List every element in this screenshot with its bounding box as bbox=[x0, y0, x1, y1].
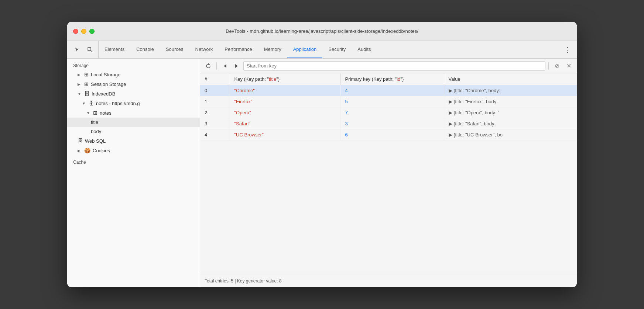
cell-primary-key: 3 bbox=[340, 118, 444, 129]
minimize-button[interactable] bbox=[81, 29, 86, 34]
sidebar-item-indexeddb[interactable]: ▼ 🗄 IndexedDB bbox=[67, 89, 200, 98]
tab-memory[interactable]: Memory bbox=[258, 41, 287, 58]
tab-list: Elements Console Sources Network Perform… bbox=[99, 41, 560, 58]
storage-section-label: Storage bbox=[67, 59, 200, 70]
status-text: Total entries: 5 | Key generator value: … bbox=[205, 278, 282, 284]
db-icon: 🗄 bbox=[84, 91, 89, 97]
col-header-value: Value bbox=[444, 73, 577, 85]
window-title: DevTools - mdn.github.io/learning-area/j… bbox=[226, 28, 418, 34]
titlebar: DevTools - mdn.github.io/learning-area/j… bbox=[67, 22, 577, 41]
tab-elements[interactable]: Elements bbox=[99, 41, 130, 58]
cell-hash: 0 bbox=[200, 85, 230, 96]
next-button[interactable] bbox=[232, 61, 242, 71]
chevron-right-icon: ▶ bbox=[78, 73, 82, 77]
main-toolbar: Elements Console Sources Network Perform… bbox=[67, 41, 577, 59]
cell-primary-key: 4 bbox=[340, 85, 444, 96]
tab-console[interactable]: Console bbox=[130, 41, 160, 58]
web-sql-label: Web SQL bbox=[85, 138, 106, 144]
chevron-down-icon: ▼ bbox=[86, 111, 91, 115]
col-header-key: Key (Key path: "title") bbox=[230, 73, 340, 85]
notes-store-label: notes bbox=[100, 110, 112, 116]
cursor-icon[interactable] bbox=[72, 45, 82, 55]
data-table: # Key (Key path: "title") Primary key (K… bbox=[200, 73, 577, 140]
tab-audits[interactable]: Audits bbox=[352, 41, 377, 58]
content-panel: ⊘ ✕ # Key (Key path: "title") bbox=[200, 59, 577, 287]
svg-marker-2 bbox=[224, 64, 226, 68]
prev-button[interactable] bbox=[220, 61, 230, 71]
cell-key: "Firefox" bbox=[230, 96, 340, 107]
svg-rect-0 bbox=[88, 48, 91, 51]
clear-button[interactable]: ⊘ bbox=[552, 61, 562, 71]
body-index-label: body bbox=[91, 129, 101, 134]
devtools-icons bbox=[69, 41, 99, 58]
svg-line-1 bbox=[91, 51, 92, 52]
tab-network[interactable]: Network bbox=[189, 41, 219, 58]
separator bbox=[548, 62, 549, 70]
cell-primary-key: 6 bbox=[340, 129, 444, 140]
grid-icon: ⊞ bbox=[84, 81, 89, 87]
cell-value: ▶ {title: "Chrome", body: bbox=[444, 85, 577, 96]
maximize-button[interactable] bbox=[89, 29, 95, 34]
table-header-row: # Key (Key path: "title") Primary key (K… bbox=[200, 73, 577, 85]
title-index-label: title bbox=[91, 119, 98, 125]
tab-application[interactable]: Application bbox=[287, 41, 323, 58]
indexeddb-label: IndexedDB bbox=[92, 91, 115, 97]
sidebar-item-body-index[interactable]: body bbox=[67, 127, 200, 136]
data-table-container: # Key (Key path: "title") Primary key (K… bbox=[200, 73, 577, 274]
chevron-down-icon: ▼ bbox=[78, 92, 82, 96]
cell-value: ▶ {title: "Firefox", body: bbox=[444, 96, 577, 107]
table-row[interactable]: 2"Opera"7▶ {title: "Opera", body: " bbox=[200, 107, 577, 118]
more-menu-button[interactable]: ⋮ bbox=[560, 41, 575, 58]
table-row[interactable]: 1"Firefox"5▶ {title: "Firefox", body: bbox=[200, 96, 577, 107]
tab-security[interactable]: Security bbox=[322, 41, 352, 58]
chevron-right-icon: ▶ bbox=[78, 149, 82, 153]
session-storage-label: Session Storage bbox=[91, 81, 126, 87]
sidebar: Storage ▶ ⊞ Local Storage ▶ ⊞ Session St… bbox=[67, 59, 200, 287]
sidebar-item-web-sql[interactable]: 🗄 Web SQL bbox=[67, 136, 200, 146]
refresh-button[interactable] bbox=[203, 61, 213, 71]
table-row[interactable]: 3"Safari"3▶ {title: "Safari", body: bbox=[200, 118, 577, 129]
grid-icon: ⊞ bbox=[93, 110, 97, 116]
svg-marker-3 bbox=[235, 64, 238, 68]
cell-key: "Opera" bbox=[230, 107, 340, 118]
devtools-window: DevTools - mdn.github.io/learning-area/j… bbox=[67, 22, 577, 287]
cookies-label: Cookies bbox=[93, 148, 110, 153]
inspect-icon[interactable] bbox=[85, 45, 95, 55]
cell-hash: 3 bbox=[200, 118, 230, 129]
cell-primary-key: 7 bbox=[340, 107, 444, 118]
table-row[interactable]: 0"Chrome"4▶ {title: "Chrome", body: bbox=[200, 85, 577, 96]
cell-value: ▶ {title: "Opera", body: " bbox=[444, 107, 577, 118]
db-icon: 🗄 bbox=[78, 138, 83, 144]
cell-key: "Safari" bbox=[230, 118, 340, 129]
cell-key: "Chrome" bbox=[230, 85, 340, 96]
delete-button[interactable]: ✕ bbox=[564, 61, 574, 71]
separator bbox=[216, 62, 217, 70]
cell-hash: 1 bbox=[200, 96, 230, 107]
col-header-hash: # bbox=[200, 73, 230, 85]
cell-hash: 4 bbox=[200, 129, 230, 140]
sidebar-item-notes-db[interactable]: ▼ 🗄 notes - https://mdn.g bbox=[67, 98, 200, 108]
sidebar-item-cookies[interactable]: ▶ 🍪 Cookies bbox=[67, 146, 200, 155]
tab-performance[interactable]: Performance bbox=[219, 41, 258, 58]
chevron-down-icon: ▼ bbox=[82, 101, 86, 105]
sidebar-item-session-storage[interactable]: ▶ ⊞ Session Storage bbox=[67, 79, 200, 89]
cell-primary-key: 5 bbox=[340, 96, 444, 107]
cookie-icon: 🍪 bbox=[84, 147, 90, 153]
local-storage-label: Local Storage bbox=[91, 72, 120, 77]
tab-sources[interactable]: Sources bbox=[160, 41, 189, 58]
close-button[interactable] bbox=[73, 29, 78, 34]
search-input[interactable] bbox=[243, 61, 545, 71]
cell-key: "UC Browser" bbox=[230, 129, 340, 140]
table-body: 0"Chrome"4▶ {title: "Chrome", body:1"Fir… bbox=[200, 85, 577, 140]
status-bar: Total entries: 5 | Key generator value: … bbox=[200, 274, 577, 287]
main-content: Storage ▶ ⊞ Local Storage ▶ ⊞ Session St… bbox=[67, 59, 577, 287]
grid-icon: ⊞ bbox=[84, 72, 89, 77]
col-header-primary: Primary key (Key path: "id") bbox=[340, 73, 444, 85]
sidebar-item-title-index[interactable]: title bbox=[67, 118, 200, 127]
table-row[interactable]: 4"UC Browser"6▶ {title: "UC Browser", bo bbox=[200, 129, 577, 140]
cache-section-label: Cache bbox=[67, 155, 200, 166]
content-toolbar: ⊘ ✕ bbox=[200, 59, 577, 73]
cell-hash: 2 bbox=[200, 107, 230, 118]
sidebar-item-notes-store[interactable]: ▼ ⊞ notes bbox=[67, 108, 200, 118]
sidebar-item-local-storage[interactable]: ▶ ⊞ Local Storage bbox=[67, 70, 200, 79]
